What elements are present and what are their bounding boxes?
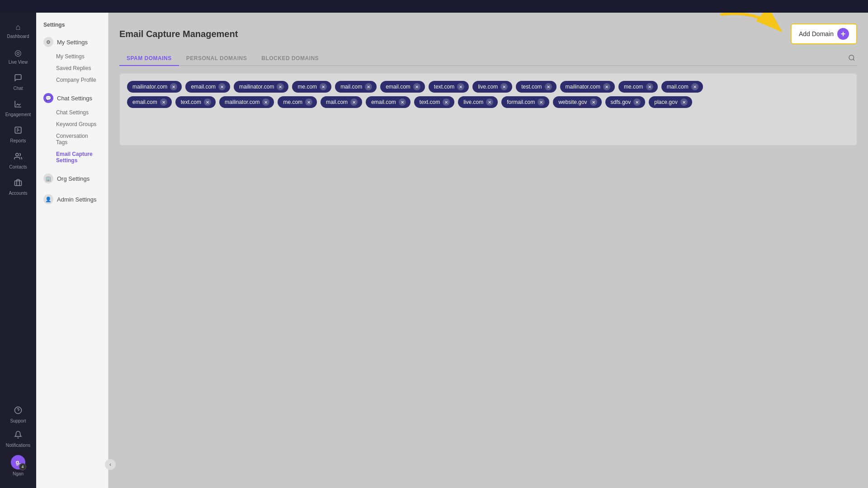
domain-tag: text.com ✕ xyxy=(175,96,216,108)
domain-tag: mail.com ✕ xyxy=(335,81,377,93)
sidebar-item-notifications[interactable]: Notifications xyxy=(0,428,36,450)
remove-domain-button[interactable]: ✕ xyxy=(500,83,508,90)
nav-bottom: Support Notifications g. 4 Ngan xyxy=(0,404,36,488)
org-settings-header[interactable]: 🏢 Org Settings xyxy=(36,170,108,187)
remove-domain-button[interactable]: ✕ xyxy=(277,83,284,90)
notifications-icon xyxy=(14,431,22,441)
remove-domain-button[interactable]: ✕ xyxy=(457,83,464,90)
remove-domain-button[interactable]: ✕ xyxy=(365,83,372,90)
settings-sub-conversation-tags[interactable]: Conversation Tags xyxy=(36,130,108,148)
chat-icon xyxy=(14,74,22,84)
search-button[interactable] xyxy=(848,54,855,63)
sidebar-item-chat[interactable]: Chat xyxy=(0,69,36,95)
domain-tag: sdfs.gov ✕ xyxy=(605,96,646,108)
tab-spam-domains[interactable]: SPAM DOMAINS xyxy=(119,52,179,66)
remove-domain-button[interactable]: ✕ xyxy=(646,83,653,90)
reports-icon xyxy=(14,126,22,136)
remove-domain-button[interactable]: ✕ xyxy=(399,99,406,106)
remove-domain-button[interactable]: ✕ xyxy=(204,99,211,106)
domain-tag: formail.com ✕ xyxy=(501,96,549,108)
my-settings-icon: ⚙ xyxy=(43,37,53,47)
domain-tag: mailinator.com ✕ xyxy=(234,81,288,93)
remove-domain-button[interactable]: ✕ xyxy=(443,99,450,106)
remove-domain-button[interactable]: ✕ xyxy=(160,99,167,106)
remove-domain-button[interactable]: ✕ xyxy=(170,83,177,90)
domain-tag: me.com ✕ xyxy=(618,81,658,93)
tab-blocked-domains[interactable]: BLOCKED DOMAINS xyxy=(254,52,326,66)
remove-domain-button[interactable]: ✕ xyxy=(603,83,610,90)
svg-rect-3 xyxy=(15,181,22,186)
settings-group-my-settings: ⚙ My Settings My Settings Saved Replies … xyxy=(36,33,108,86)
org-settings-icon: 🏢 xyxy=(43,174,53,183)
remove-domain-button[interactable]: ✕ xyxy=(486,99,493,106)
remove-domain-button[interactable]: ✕ xyxy=(691,83,698,90)
admin-settings-header[interactable]: 👤 Admin Settings xyxy=(36,191,108,208)
settings-group-admin: 👤 Admin Settings xyxy=(36,191,108,208)
sidebar-item-dashboard[interactable]: ⌂ Dashboard xyxy=(0,18,36,43)
settings-sub-my-settings[interactable]: My Settings xyxy=(36,51,108,62)
collapse-sidebar-button[interactable]: ‹ xyxy=(105,459,116,470)
remove-domain-button[interactable]: ✕ xyxy=(413,83,420,90)
remove-domain-button[interactable]: ✕ xyxy=(262,99,269,106)
remove-domain-button[interactable]: ✕ xyxy=(320,83,327,90)
chat-settings-header[interactable]: 💬 Chat Settings xyxy=(36,89,108,107)
settings-group-chat-settings: 💬 Chat Settings Chat Settings Keyword Gr… xyxy=(36,89,108,166)
sidebar-item-accounts[interactable]: Accounts xyxy=(0,174,36,200)
avatar-wrapper: g. 4 xyxy=(11,455,25,469)
domain-tag: live.com ✕ xyxy=(472,81,512,93)
remove-domain-button[interactable]: ✕ xyxy=(545,83,552,90)
remove-domain-button[interactable]: ✕ xyxy=(680,99,688,106)
domain-tag: email.com ✕ xyxy=(127,96,172,108)
contacts-icon xyxy=(14,152,22,163)
domain-tag: email.com ✕ xyxy=(185,81,230,93)
domain-tag: mail.com ✕ xyxy=(661,81,703,93)
dashboard-icon: ⌂ xyxy=(16,23,21,32)
page-header: Email Capture Management Add Domain + xyxy=(119,23,857,44)
settings-group-org: 🏢 Org Settings xyxy=(36,170,108,187)
svg-point-2 xyxy=(16,153,19,156)
top-bar xyxy=(0,0,868,13)
tab-personal-domains[interactable]: PERSONAL DOMAINS xyxy=(179,52,254,66)
domain-tag: mail.com ✕ xyxy=(321,96,362,108)
remove-domain-button[interactable]: ✕ xyxy=(633,99,641,106)
domain-tag: website.gov ✕ xyxy=(553,96,601,108)
domain-tag: place.gov ✕ xyxy=(649,96,692,108)
tabs-bar: SPAM DOMAINS PERSONAL DOMAINS BLOCKED DO… xyxy=(119,52,857,66)
domain-tag: text.com ✕ xyxy=(429,81,469,93)
sidebar-item-reports[interactable]: Reports xyxy=(0,122,36,148)
domain-tag: mailinator.com ✕ xyxy=(219,96,274,108)
chat-settings-icon: 💬 xyxy=(43,93,53,103)
plus-circle-icon: + xyxy=(837,28,849,40)
settings-sub-keyword-groups[interactable]: Keyword Groups xyxy=(36,118,108,130)
domain-tag: email.com ✕ xyxy=(380,81,425,93)
domains-row-2: email.com ✕text.com ✕mailinator.com ✕me.… xyxy=(127,96,849,108)
settings-title: Settings xyxy=(36,20,108,33)
admin-settings-icon: 👤 xyxy=(43,194,53,204)
sidebar-item-support[interactable]: Support xyxy=(0,404,36,426)
domain-tag: email.com ✕ xyxy=(366,96,410,108)
remove-domain-button[interactable]: ✕ xyxy=(305,99,312,106)
settings-sidebar: Settings ⚙ My Settings My Settings Saved… xyxy=(36,13,108,488)
domains-area: mailinator.com ✕email.com ✕mailinator.co… xyxy=(119,73,857,145)
sidebar-item-engagement[interactable]: Engagement xyxy=(0,95,36,122)
settings-sub-company-profile[interactable]: Company Profile xyxy=(36,74,108,86)
sidebar-item-contacts[interactable]: Contacts xyxy=(0,148,36,174)
remove-domain-button[interactable]: ✕ xyxy=(218,83,226,90)
sidebar-item-live-view[interactable]: ◎ Live View xyxy=(0,43,36,69)
main-content: Email Capture Management Add Domain + SP… xyxy=(108,13,868,488)
settings-sub-email-capture[interactable]: Email Capture Settings xyxy=(36,148,108,166)
domain-tag: me.com ✕ xyxy=(278,96,317,108)
domain-tag: mailinator.com ✕ xyxy=(560,81,615,93)
user-profile[interactable]: g. 4 Ngan xyxy=(0,452,36,479)
support-icon xyxy=(14,406,22,417)
my-settings-header[interactable]: ⚙ My Settings xyxy=(36,33,108,51)
domain-tag: mailinator.com ✕ xyxy=(127,81,182,93)
remove-domain-button[interactable]: ✕ xyxy=(590,99,597,106)
add-domain-button[interactable]: Add Domain + xyxy=(791,23,857,44)
settings-sub-saved-replies[interactable]: Saved Replies xyxy=(36,62,108,74)
settings-sub-chat-settings[interactable]: Chat Settings xyxy=(36,107,108,118)
remove-domain-button[interactable]: ✕ xyxy=(350,99,358,106)
remove-domain-button[interactable]: ✕ xyxy=(538,99,545,106)
domain-tag: test.com ✕ xyxy=(516,81,556,93)
page-title: Email Capture Management xyxy=(119,29,238,39)
